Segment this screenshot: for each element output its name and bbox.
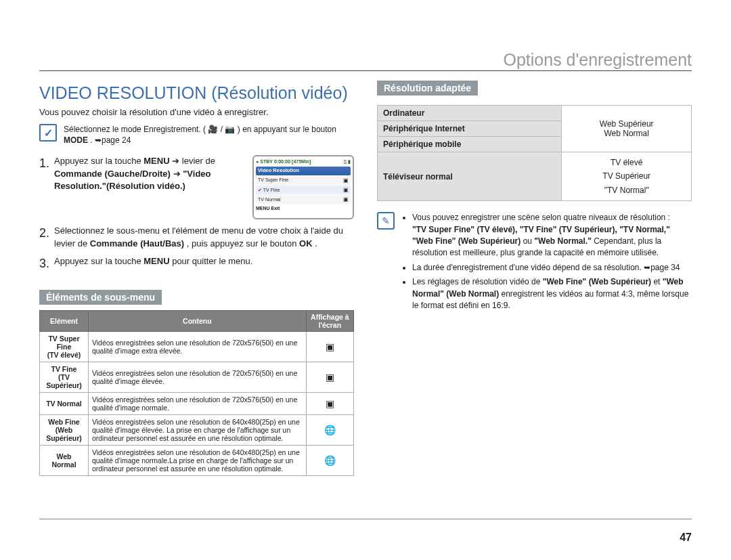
battery-icon: ▯ ▮ — [344, 158, 351, 165]
step-3-number: 3. — [39, 255, 54, 272]
lcd-rec-icon: ● — [256, 158, 259, 165]
cell-name-0: TV Super Fine(TV élevé) — [40, 331, 89, 362]
cell-icon-3: 🌐 — [306, 414, 353, 445]
suit-v-3b: TV Supérieur — [602, 171, 650, 181]
step-3-b: pour quitter le menu. — [172, 256, 252, 266]
video-icon: 🎥 — [208, 125, 218, 134]
th-display: Affichage à l'écran — [306, 310, 353, 331]
suit-k-3: Téléviseur normal — [378, 152, 562, 201]
suit-k-2: Périphérique mobile — [378, 137, 562, 152]
suit-k-1: Périphérique Internet — [378, 121, 562, 137]
step-1-b: ➔ levier de — [172, 156, 215, 166]
step-1-c: ➔ — [173, 169, 183, 179]
intro-text: Vous pouvez choisir la résolution d'une … — [39, 107, 354, 117]
table-row: Web NormalVidéos enregistrées selon une … — [40, 445, 354, 475]
step-2-cmd: Commande (Haut/Bas) — [90, 238, 184, 249]
suit-v-1: Web Normal — [604, 129, 648, 138]
lcd-item-2: TV Normal — [258, 196, 280, 203]
cell-name-4: Web Normal — [40, 445, 89, 475]
breadcrumb: Options d'enregistrement — [503, 50, 692, 70]
check-icon: ✓ — [39, 124, 57, 142]
lcd-icon-n: ▣ — [343, 196, 349, 203]
lcd-menu-title: Video Resolution — [258, 167, 299, 173]
lcd-item-1: TV Fine — [263, 188, 280, 192]
cell-desc-4: Vidéos enregistrées selon une résolution… — [88, 445, 306, 475]
table-row: TV NormalVidéos enregistrées selon une r… — [40, 392, 354, 414]
submenu-heading: Éléments de sous-menu — [39, 290, 162, 305]
cell-name-1: TV Fine(TV Supérieur) — [40, 362, 89, 392]
submenu-table: Elément Contenu Affichage à l'écran TV S… — [39, 310, 354, 476]
notes-box: ✎ Vous pouvez enregistrer une scène selo… — [377, 212, 692, 314]
table-row: TV Super Fine(TV élevé)Vidéos enregistré… — [40, 331, 354, 362]
lcd-time: 0:00:00 — [274, 158, 290, 165]
note-1-or: ou — [523, 236, 535, 246]
lcd-icon-f: ▣ — [343, 186, 349, 194]
cell-desc-0: Vidéos enregistrées selon une résolution… — [88, 331, 306, 362]
lcd-item-0: TV Super Fine — [258, 177, 288, 184]
note-3: Les réglages de résolution vidéo de "Web… — [412, 276, 692, 311]
note-3-b: "Web Fine" (Web Supérieur) — [543, 277, 651, 286]
step-1-number: 1. — [39, 155, 54, 219]
mode-tip: ✓ Sélectionnez le mode Enregistrement. (… — [39, 124, 354, 146]
step-2-ok: OK — [299, 238, 313, 249]
cell-desc-2: Vidéos enregistrées selon une résolution… — [88, 392, 306, 414]
step-1-lever: Commande (Gauche/Droite) — [54, 169, 171, 179]
lcd-exit: MENU Exit — [256, 206, 280, 211]
cell-icon-0: ▣ — [306, 331, 353, 362]
note-icon: ✎ — [377, 212, 395, 230]
step-1-menu: MENU — [143, 156, 169, 166]
step-3-a: Appuyez sur la touche — [54, 256, 143, 266]
lcd-stby: STBY — [260, 158, 273, 165]
note-3-c: et — [653, 277, 662, 286]
table-row: Téléviseur normalTV élevéTV Supérieur"TV… — [378, 152, 692, 201]
cell-desc-3: Vidéos enregistrées selon une résolution… — [88, 414, 306, 445]
suit-v-3a: TV élevé — [611, 158, 642, 167]
tip-text-b: ) en appuyant sur le bouton — [238, 125, 336, 134]
table-row: TV Fine(TV Supérieur)Vidéos enregistrées… — [40, 362, 354, 392]
lcd-check-icon: ✔ — [258, 188, 262, 192]
lcd-preview: ● STBY 0:00:00 [475Min] ▯ ▮ Video Resolu… — [252, 155, 354, 219]
page-title: VIDEO RESOLUTION (Résolution vidéo) — [39, 83, 354, 103]
cell-icon-1: ▣ — [306, 362, 353, 392]
note-2: La durée d'enregistrement d'une vidéo dé… — [412, 262, 692, 274]
cell-name-3: Web Fine(Web Supérieur) — [40, 414, 89, 445]
suit-k-0: Ordinateur — [378, 106, 562, 121]
step-2-b: , puis appuyez sur le bouton — [187, 238, 299, 249]
note-3-a: Les réglages de résolution vidéo de — [412, 277, 543, 286]
th-content: Contenu — [88, 310, 306, 331]
step-1-a: Appuyez sur la touche — [54, 156, 143, 166]
suit-v-0: Web Supérieur — [600, 119, 654, 129]
step-3-menu: MENU — [143, 256, 169, 266]
camera-icon: 📷 — [225, 125, 235, 134]
table-row: OrdinateurWeb SupérieurWeb Normal — [378, 106, 692, 121]
lcd-icon-sf: ▣ — [343, 177, 349, 184]
suitable-table: OrdinateurWeb SupérieurWeb Normal Périph… — [377, 105, 692, 201]
tip-mode: MODE — [64, 135, 88, 145]
suitable-heading: Résolution adaptée — [377, 81, 478, 95]
cell-icon-4: 🌐 — [306, 445, 353, 475]
note-1-lead: Vous pouvez enregistrer une scène selon … — [412, 213, 670, 222]
step-2-number: 2. — [39, 225, 54, 249]
rule-bottom — [39, 519, 692, 519]
lcd-remain: [475Min] — [292, 158, 311, 165]
th-element: Elément — [40, 310, 89, 331]
note-1-last: "Web Normal." — [534, 236, 592, 246]
tip-page: . ➥page 24 — [90, 135, 131, 145]
rule-top — [39, 70, 692, 71]
cell-name-2: TV Normal — [40, 392, 89, 414]
note-1: Vous pouvez enregistrer une scène selon … — [412, 212, 692, 259]
step-2-c: . — [315, 238, 317, 249]
cell-icon-2: ▣ — [306, 392, 353, 414]
table-row: Web Fine(Web Supérieur)Vidéos enregistré… — [40, 414, 354, 445]
page-number: 47 — [680, 532, 692, 544]
cell-desc-1: Vidéos enregistrées selon une résolution… — [88, 362, 306, 392]
suit-v-3c: "TV Normal" — [604, 186, 649, 195]
tip-text-a: Sélectionnez le mode Enregistrement. ( — [64, 125, 206, 134]
